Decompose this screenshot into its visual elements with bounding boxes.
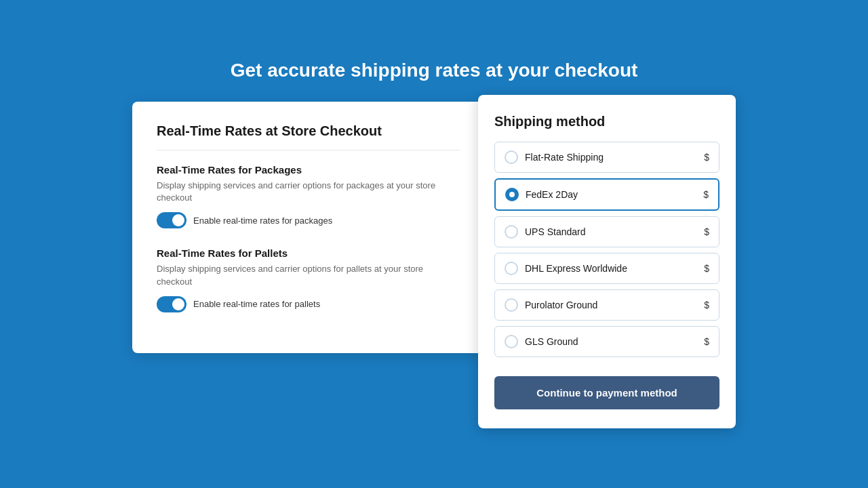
option-price-gls: $ (704, 336, 709, 347)
option-price-ups-standard: $ (704, 226, 709, 237)
page-title: Get accurate shipping rates at your chec… (231, 60, 638, 81)
option-price-dhl: $ (704, 263, 709, 274)
shipping-option-dhl[interactable]: DHL Express Worldwide $ (494, 253, 719, 284)
left-card: Real-Time Rates at Store Checkout Real-T… (132, 102, 485, 353)
radio-gls (505, 335, 518, 348)
cards-container: Real-Time Rates at Store Checkout Real-T… (132, 102, 736, 428)
radio-flat-rate (505, 150, 518, 164)
shipping-option-purolator[interactable]: Purolator Ground $ (494, 289, 719, 321)
shipping-option-flat-rate[interactable]: Flat-Rate Shipping $ (494, 142, 719, 173)
option-name-gls: GLS Ground (525, 336, 578, 347)
radio-ups-standard (505, 225, 518, 239)
shipping-method-title: Shipping method (494, 114, 719, 129)
option-name-dhl: DHL Express Worldwide (525, 263, 627, 274)
option-name-ups-standard: UPS Standard (525, 226, 586, 237)
packages-section-title: Real-Time Rates for Packages (157, 164, 460, 176)
shipping-options-list: Flat-Rate Shipping $ FedEx 2Day $ UPS St… (494, 142, 719, 357)
radio-dhl (505, 262, 518, 275)
packages-section-desc: Display shipping services and carrier op… (157, 180, 460, 204)
pallets-section-title: Real-Time Rates for Pallets (157, 247, 460, 259)
option-name-fedex-2day: FedEx 2Day (526, 189, 578, 200)
option-price-purolator: $ (704, 300, 709, 310)
packages-section: Real-Time Rates for Packages Display shi… (157, 164, 460, 228)
pallets-toggle-label: Enable real-time rates for pallets (193, 299, 320, 309)
option-price-fedex-2day: $ (703, 189, 709, 200)
option-name-flat-rate: Flat-Rate Shipping (525, 152, 604, 163)
option-name-purolator: Purolator Ground (525, 300, 597, 310)
pallets-section-desc: Display shipping services and carrier op… (157, 263, 460, 287)
pallets-toggle-row: Enable real-time rates for pallets (157, 296, 460, 312)
packages-toggle-label: Enable real-time rates for packages (193, 216, 332, 226)
radio-fedex-2day (505, 188, 519, 201)
shipping-option-fedex-2day[interactable]: FedEx 2Day $ (494, 178, 719, 211)
right-card: Shipping method Flat-Rate Shipping $ Fed… (478, 95, 736, 428)
shipping-option-gls[interactable]: GLS Ground $ (494, 326, 719, 357)
packages-toggle[interactable] (157, 212, 186, 228)
left-card-title: Real-Time Rates at Store Checkout (157, 123, 460, 150)
pallets-section: Real-Time Rates for Pallets Display ship… (157, 247, 460, 312)
radio-purolator (505, 298, 518, 312)
continue-to-payment-button[interactable]: Continue to payment method (494, 376, 719, 409)
option-price-flat-rate: $ (704, 152, 709, 163)
packages-toggle-row: Enable real-time rates for packages (157, 212, 460, 228)
pallets-toggle[interactable] (157, 296, 186, 312)
shipping-option-ups-standard[interactable]: UPS Standard $ (494, 216, 719, 247)
